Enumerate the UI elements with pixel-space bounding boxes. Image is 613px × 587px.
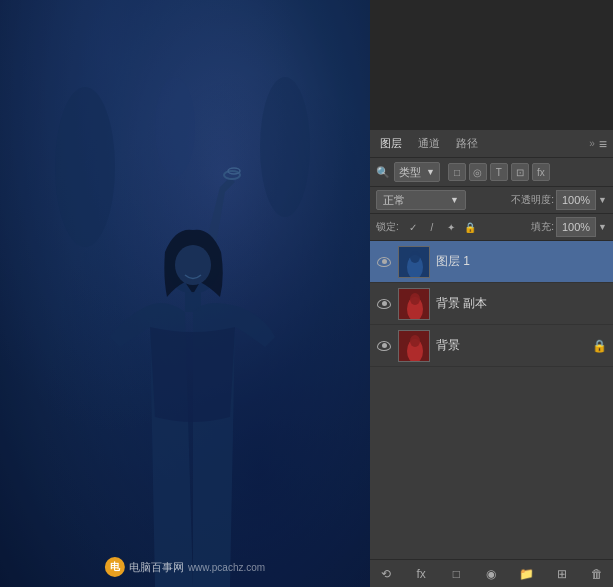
layer-thumbnail-2 [398, 288, 430, 320]
panel-tabs: 图层 通道 路径 [376, 134, 482, 153]
layers-list: 图层 1 背景 副本 [370, 241, 613, 559]
filter-row: 🔍 类型 ▼ □ ◎ T ⊡ fx [370, 158, 613, 187]
toolbar-new-layer-button[interactable]: ⊞ [552, 564, 572, 584]
fill-value[interactable]: 100% [556, 217, 596, 237]
toolbar-mask-button[interactable]: □ [446, 564, 466, 584]
opacity-arrow[interactable]: ▼ [598, 195, 607, 205]
layer-item-1[interactable]: 图层 1 [370, 241, 613, 283]
eye-icon-2 [377, 299, 391, 309]
watermark-logo: 电 [105, 557, 125, 577]
svg-point-16 [410, 335, 420, 347]
layer-item-3[interactable]: 背景 🔒 [370, 325, 613, 367]
fill-label: 填充: [531, 220, 554, 234]
lock-label: 锁定: [376, 220, 399, 234]
lock-icons: ✓ / ✦ 🔒 [405, 219, 478, 235]
watermark-text: 电脑百事网 [129, 560, 184, 575]
eye-icon-1 [377, 257, 391, 267]
eye-icon-3 [377, 341, 391, 351]
watermark-url: www.pcachz.com [188, 562, 265, 573]
layer-name-2: 背景 副本 [436, 295, 607, 312]
layer-item-2[interactable]: 背景 副本 [370, 283, 613, 325]
panel-top-dark [370, 0, 613, 130]
filter-icon-shape[interactable]: ⊡ [511, 163, 529, 181]
panel-header: 图层 通道 路径 » ≡ [370, 130, 613, 158]
filter-icon-pixel[interactable]: □ [448, 163, 466, 181]
fill-arrow[interactable]: ▼ [598, 222, 607, 232]
layer-visibility-2[interactable] [376, 296, 392, 312]
filter-type-select[interactable]: 类型 ▼ [394, 162, 440, 182]
lock-position-button[interactable]: ✦ [443, 219, 459, 235]
svg-point-10 [410, 251, 420, 263]
lock-pixels-button[interactable]: / [424, 219, 440, 235]
blend-mode-row: 正常 ▼ 不透明度: 100% ▼ [370, 187, 613, 214]
opacity-label: 不透明度: [511, 193, 554, 207]
filter-icons: □ ◎ T ⊡ fx [448, 163, 550, 181]
filter-icon-text[interactable]: T [490, 163, 508, 181]
fill-row: 填充: 100% ▼ [531, 217, 607, 237]
toolbar-link-button[interactable]: ⟲ [376, 564, 396, 584]
svg-point-13 [410, 293, 420, 305]
layers-panel: 图层 通道 路径 » ≡ 🔍 类型 ▼ □ ◎ T ⊡ fx [370, 130, 613, 587]
collapse-button[interactable]: » [589, 138, 595, 149]
layer-thumbnail-3 [398, 330, 430, 362]
tab-paths[interactable]: 路径 [452, 134, 482, 153]
lock-full-button[interactable]: 🔒 [462, 219, 478, 235]
panel-menu-button[interactable]: ≡ [599, 136, 607, 152]
layer-lock-icon-3: 🔒 [592, 339, 607, 353]
layer-thumbnail-1 [398, 246, 430, 278]
layer-name-1: 图层 1 [436, 253, 607, 270]
panel-header-icons: » ≡ [589, 136, 607, 152]
layer-visibility-3[interactable] [376, 338, 392, 354]
filter-icon-adjust[interactable]: ◎ [469, 163, 487, 181]
opacity-value[interactable]: 100% [556, 190, 596, 210]
lock-row: 锁定: ✓ / ✦ 🔒 填充: 100% ▼ [370, 214, 613, 241]
lock-all-button[interactable]: ✓ [405, 219, 421, 235]
layer-visibility-1[interactable] [376, 254, 392, 270]
photo-dark-overlay [0, 0, 370, 587]
tab-channels[interactable]: 通道 [414, 134, 444, 153]
layer-name-3: 背景 [436, 337, 586, 354]
toolbar-group-button[interactable]: 📁 [517, 564, 537, 584]
right-panel: 图层 通道 路径 » ≡ 🔍 类型 ▼ □ ◎ T ⊡ fx [370, 0, 613, 587]
canvas-area: 电 电脑百事网 www.pcachz.com [0, 0, 370, 587]
blend-mode-select[interactable]: 正常 ▼ [376, 190, 466, 210]
tab-layers[interactable]: 图层 [376, 134, 406, 153]
toolbar-fx-button[interactable]: fx [411, 564, 431, 584]
watermark: 电 电脑百事网 www.pcachz.com [105, 557, 265, 577]
filter-icon-effect[interactable]: fx [532, 163, 550, 181]
opacity-row: 不透明度: 100% ▼ [511, 190, 607, 210]
toolbar-delete-button[interactable]: 🗑 [587, 564, 607, 584]
toolbar-adjustment-button[interactable]: ◉ [481, 564, 501, 584]
layers-toolbar: ⟲ fx □ ◉ 📁 ⊞ 🗑 [370, 559, 613, 587]
